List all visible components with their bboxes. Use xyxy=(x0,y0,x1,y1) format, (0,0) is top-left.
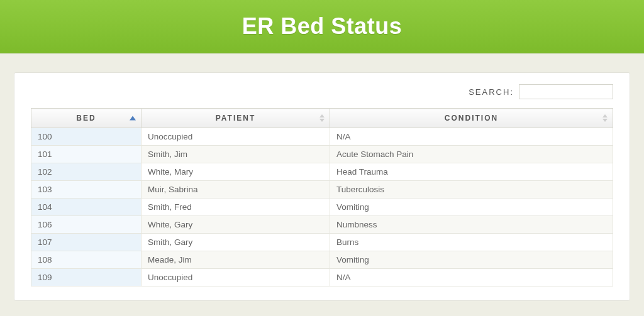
cell-condition: Burns xyxy=(330,234,613,251)
column-header-condition-label: CONDITION xyxy=(445,114,498,123)
cell-condition: Numbness xyxy=(330,216,613,234)
cell-bed: 106 xyxy=(31,216,142,234)
cell-bed: 101 xyxy=(31,146,142,163)
cell-bed: 109 xyxy=(31,269,142,286)
sort-both-icon xyxy=(602,114,608,122)
cell-patient: Unoccupied xyxy=(142,128,330,146)
cell-bed: 102 xyxy=(31,163,142,181)
cell-patient: Smith, Fred xyxy=(142,199,330,216)
sort-asc-icon xyxy=(130,116,136,121)
page-title: ER Bed Status xyxy=(242,13,402,40)
page-header: ER Bed Status xyxy=(0,0,644,53)
search-label: SEARCH: xyxy=(469,87,514,97)
table-row: 107Smith, GaryBurns xyxy=(31,234,613,251)
sort-both-icon xyxy=(319,114,325,122)
cell-condition: Vomiting xyxy=(330,251,613,269)
search-input[interactable] xyxy=(519,84,613,99)
cell-patient: Smith, Jim xyxy=(142,146,330,163)
cell-condition: Vomiting xyxy=(330,199,613,216)
cell-patient: Muir, Sabrina xyxy=(142,181,330,199)
table-header-row: BED PATIENT CONDITION xyxy=(31,109,613,128)
cell-bed: 103 xyxy=(31,181,142,199)
content-panel: SEARCH: BED PATIENT CONDITION xyxy=(14,72,630,301)
cell-bed: 107 xyxy=(31,234,142,251)
table-row: 102White, MaryHead Trauma xyxy=(31,163,613,181)
table-row: 106White, GaryNumbness xyxy=(31,216,613,234)
cell-condition: N/A xyxy=(330,128,613,146)
column-header-patient[interactable]: PATIENT xyxy=(142,109,330,128)
cell-condition: Acute Stomach Pain xyxy=(330,146,613,163)
cell-condition: Head Trauma xyxy=(330,163,613,181)
cell-bed: 100 xyxy=(31,128,142,146)
table-row: 108Meade, JimVomiting xyxy=(31,251,613,269)
cell-patient: Smith, Gary xyxy=(142,234,330,251)
cell-condition: Tuberculosis xyxy=(330,181,613,199)
cell-patient: White, Mary xyxy=(142,163,330,181)
cell-patient: White, Gary xyxy=(142,216,330,234)
column-header-bed[interactable]: BED xyxy=(31,109,142,128)
table-row: 109UnoccupiedN/A xyxy=(31,269,613,286)
column-header-bed-label: BED xyxy=(76,114,96,123)
column-header-patient-label: PATIENT xyxy=(216,114,256,123)
table-row: 103Muir, SabrinaTuberculosis xyxy=(31,181,613,199)
cell-condition: N/A xyxy=(330,269,613,286)
bed-status-table: BED PATIENT CONDITION 100UnoccupiedN/A xyxy=(31,108,613,286)
table-body: 100UnoccupiedN/A101Smith, JimAcute Stoma… xyxy=(31,128,613,286)
cell-bed: 104 xyxy=(31,199,142,216)
table-row: 100UnoccupiedN/A xyxy=(31,128,613,146)
column-header-condition[interactable]: CONDITION xyxy=(330,109,613,128)
cell-bed: 108 xyxy=(31,251,142,269)
search-row: SEARCH: xyxy=(31,84,613,99)
cell-patient: Unoccupied xyxy=(142,269,330,286)
table-row: 104Smith, FredVomiting xyxy=(31,199,613,216)
table-row: 101Smith, JimAcute Stomach Pain xyxy=(31,146,613,163)
cell-patient: Meade, Jim xyxy=(142,251,330,269)
